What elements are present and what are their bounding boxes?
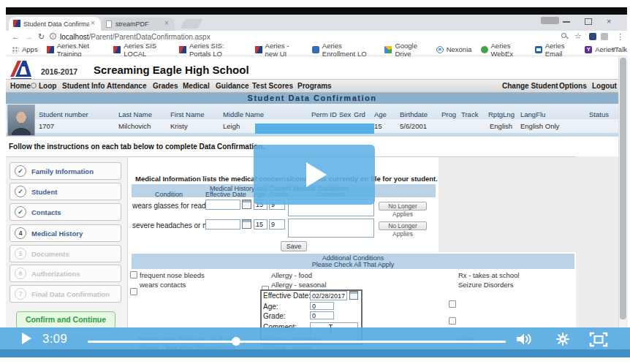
volume-icon[interactable] xyxy=(516,333,534,346)
age-label: Age: xyxy=(263,303,278,311)
video-control-bar xyxy=(0,327,630,349)
sidebar-step-student[interactable]: ✓2 Student xyxy=(10,183,121,200)
student-col-header: LangFlu xyxy=(520,110,545,118)
confirm-and-continue-button[interactable]: Confirm and Continue xyxy=(16,311,115,329)
checkbox-label[interactable]: Allergy - food xyxy=(271,271,312,279)
bookmark-item[interactable]: Aeries Email xyxy=(535,42,577,58)
bookmark-item[interactable]: Aeries - new UI xyxy=(255,42,303,58)
sidebar-step-contacts[interactable]: ✓3 Contacts xyxy=(10,203,121,221)
nav-grades[interactable]: Grades xyxy=(153,82,178,90)
checkbox-rx-takes-at-school[interactable] xyxy=(449,300,456,308)
extension-icon[interactable] xyxy=(589,33,596,40)
close-window-button[interactable]: × xyxy=(607,17,611,26)
bookmark-item[interactable]: Aeries SIS LOCAL xyxy=(113,42,170,58)
bookmark-apps[interactable]: Apps xyxy=(12,45,38,53)
play-button[interactable] xyxy=(22,333,31,344)
scrollbar-thumb[interactable] xyxy=(620,58,626,319)
refresh-icon[interactable]: ↻ xyxy=(38,32,45,42)
browser-tab-active[interactable]: Student Data Confirmati × xyxy=(9,17,101,31)
bookmark-item[interactable]: YAeriesTalk xyxy=(585,45,627,53)
big-play-button[interactable] xyxy=(254,145,375,205)
extension-pdf-icon[interactable] xyxy=(601,33,608,40)
no-longer-applies-button[interactable]: No Longer Applies xyxy=(379,202,427,211)
comment-textarea[interactable] xyxy=(288,219,374,238)
nav-logout[interactable]: Logout xyxy=(592,82,617,90)
checkbox-label[interactable]: frequent nose bleeds xyxy=(140,271,205,279)
nav-student-info[interactable]: Student Info xyxy=(62,82,105,90)
student-col-header: First Name xyxy=(170,110,204,118)
sidebar-step-authorizations[interactable]: ✓6 Authorizations xyxy=(10,265,121,282)
bookmark-item[interactable]: Google Drive xyxy=(384,42,427,58)
video-timestamp: 3:09 xyxy=(42,332,67,346)
url-text[interactable]: localhost/Parent/ParentDataConfirmation.… xyxy=(60,33,210,41)
popup-age-input[interactable] xyxy=(310,302,334,310)
checkbox-frequent-nose-bleeds[interactable] xyxy=(130,271,137,278)
step-status-circle: ✓3 xyxy=(15,206,26,218)
tab-title: Student Data Confirmati xyxy=(23,20,89,28)
bookmarks-bar: Apps Aeries.Net Training Aeries SIS LOCA… xyxy=(6,43,627,56)
sidebar-step-family-information[interactable]: ✓1 Family Information xyxy=(10,162,121,180)
grade-input[interactable] xyxy=(269,219,285,230)
calendar-icon[interactable] xyxy=(242,200,251,209)
tab-close-icon[interactable]: × xyxy=(164,20,169,27)
effective-date-input[interactable] xyxy=(205,219,240,230)
maximize-button[interactable] xyxy=(585,18,592,25)
nav-medical[interactable]: Medical xyxy=(183,82,210,90)
back-icon[interactable]: ← xyxy=(12,32,20,41)
video-progress-track[interactable] xyxy=(88,341,506,343)
panel-gray-area xyxy=(439,156,576,252)
no-longer-applies-button[interactable]: No Longer Applies xyxy=(379,221,427,230)
bookmark-item[interactable]: Aeries WebEx xyxy=(481,42,526,58)
tab-close-icon[interactable]: × xyxy=(91,20,95,27)
calendar-icon[interactable] xyxy=(349,291,358,300)
video-progress-handle[interactable] xyxy=(232,337,240,346)
save-button[interactable]: Save xyxy=(281,241,307,251)
bookmark-item[interactable]: Aeries Enrollment LO xyxy=(312,42,376,58)
settings-gear-icon[interactable] xyxy=(555,332,570,346)
sidebar-step-medical-history[interactable]: ✓4 Medical History xyxy=(10,224,121,242)
bookmark-item[interactable]: ✕Nexonia xyxy=(436,45,472,53)
bookmarks-overflow-icon[interactable]: » xyxy=(611,44,615,53)
checkbox-label[interactable]: Rx - takes at school xyxy=(458,271,519,279)
fullscreen-icon[interactable] xyxy=(589,332,608,347)
checkbox-seizure-disorders[interactable] xyxy=(449,317,456,325)
student-rptglng: English xyxy=(490,122,512,130)
sidebar-step-documents[interactable]: ✓5 Documents xyxy=(10,245,121,262)
nav-attendance[interactable]: Attendance xyxy=(107,82,146,90)
nav-test-scores[interactable]: Test Scores xyxy=(252,82,293,90)
calendar-icon[interactable] xyxy=(242,219,251,229)
nav-loop[interactable]: Loop xyxy=(39,82,56,90)
bookmark-star-icon[interactable]: ☆ xyxy=(574,31,582,41)
bookmark-item[interactable]: Aeries.Net Training xyxy=(47,42,105,58)
popup-grade-input[interactable] xyxy=(310,311,334,319)
col-effective-date: Effective Date xyxy=(205,191,246,198)
checkbox-wears-contacts[interactable] xyxy=(130,288,137,295)
nav-guidance[interactable]: Guidance xyxy=(216,82,249,90)
email-icon xyxy=(535,46,542,53)
age-input[interactable] xyxy=(254,219,267,230)
forward-icon[interactable]: → xyxy=(25,32,33,41)
student-age: 15 xyxy=(374,122,382,130)
minimize-button[interactable] xyxy=(563,21,570,23)
browser-tab-streampdf[interactable]: streamPDF × xyxy=(102,18,175,31)
nav-home[interactable]: Home xyxy=(10,82,31,90)
nav-programs[interactable]: Programs xyxy=(297,82,332,90)
checkbox-label[interactable]: Seizure Disorders xyxy=(458,281,514,289)
student-middle-name: Leigh xyxy=(223,122,240,130)
school-name: Screaming Eagle High School xyxy=(94,64,249,76)
sidebar-step-final-data-confirmation[interactable]: ✓7 Final Data Confirmation xyxy=(10,285,121,303)
checkbox-label[interactable]: wears contacts xyxy=(140,281,186,289)
chrome-menu-icon[interactable]: ⋮ xyxy=(616,32,624,42)
nav-options[interactable]: Options xyxy=(559,82,587,90)
bookmark-item[interactable]: Aeries SIS: Portals LO xyxy=(179,42,246,58)
student-col-header: Middle Name xyxy=(223,110,264,118)
condition-label: wears glasses for reading xyxy=(132,202,216,210)
aeries-favicon-icon xyxy=(47,46,54,53)
info-icon[interactable]: i xyxy=(50,33,56,39)
aeries-logo-icon xyxy=(9,58,34,81)
student-birthdate: 5/6/2001 xyxy=(400,122,427,130)
nav-change-student[interactable]: Change Student xyxy=(502,82,558,90)
popup-effective-date-input[interactable] xyxy=(310,291,347,300)
effective-date-input[interactable] xyxy=(205,200,240,210)
checkbox-label[interactable]: Allergy - seasonal xyxy=(271,281,327,289)
